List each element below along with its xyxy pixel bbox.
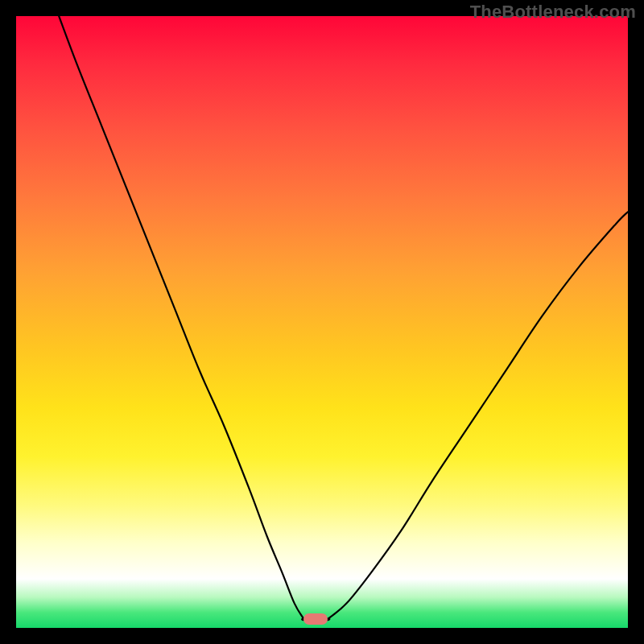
bottleneck-curve [16, 16, 628, 628]
plot-area [16, 16, 628, 628]
optimal-point-marker [303, 613, 328, 625]
chart-frame: TheBottleneck.com [0, 0, 644, 644]
watermark-label: TheBottleneck.com [470, 2, 636, 23]
